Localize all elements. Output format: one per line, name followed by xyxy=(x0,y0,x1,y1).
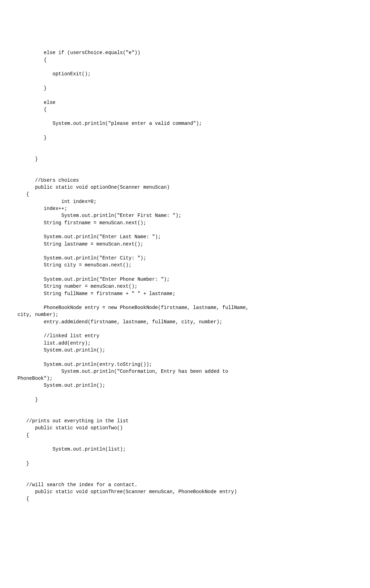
code-content: else if (usersChoice.equals("e")) { opti… xyxy=(17,42,353,502)
